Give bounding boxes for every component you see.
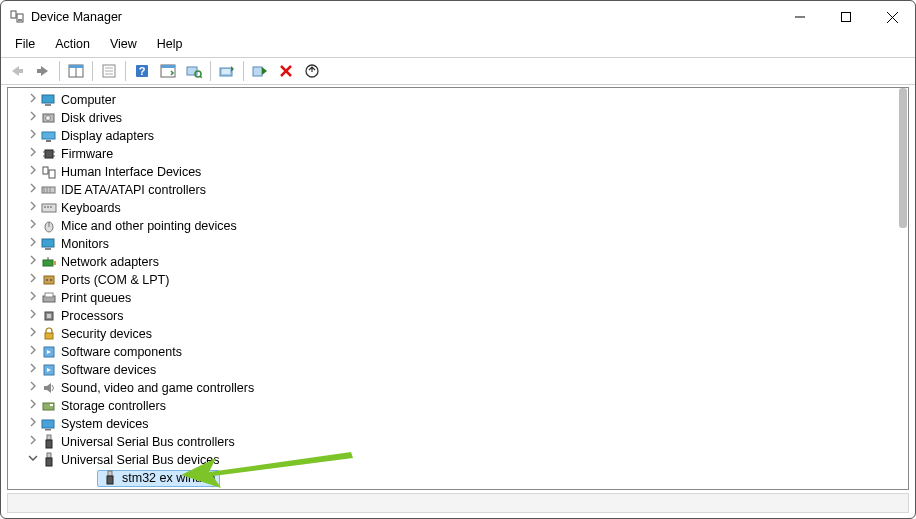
properties-button[interactable]: [97, 60, 121, 82]
maximize-button[interactable]: [823, 1, 869, 33]
statusbar: [7, 493, 909, 513]
chevron-right-icon[interactable]: [25, 109, 41, 127]
enable-device-button[interactable]: [300, 60, 324, 82]
svg-rect-33: [42, 132, 55, 139]
tree-node-label: Human Interface Devices: [61, 163, 201, 181]
chevron-right-icon[interactable]: [25, 235, 41, 253]
tree-node[interactable]: IDE ATA/ATAPI controllers: [9, 181, 893, 199]
tree-node[interactable]: Ports (COM & LPT): [9, 271, 893, 289]
menu-view[interactable]: View: [102, 35, 145, 53]
help-button[interactable]: ?: [130, 60, 154, 82]
tree-node[interactable]: Software devices: [9, 361, 893, 379]
monitor-icon: [41, 92, 57, 108]
tree-node-label: Sound, video and game controllers: [61, 379, 254, 397]
svg-rect-53: [45, 248, 51, 250]
chevron-right-icon[interactable]: [25, 253, 41, 271]
tree-child-node[interactable]: stm32 ex winusb: [53, 469, 893, 487]
tree-node[interactable]: Firmware: [9, 145, 893, 163]
svg-rect-57: [44, 276, 54, 284]
svg-rect-29: [42, 95, 54, 103]
tree-node[interactable]: Monitors: [9, 235, 893, 253]
svg-rect-41: [49, 170, 55, 178]
tree-node[interactable]: Universal Serial Bus devices: [9, 451, 893, 469]
tree-node-label: Software devices: [61, 361, 156, 379]
port-icon: [41, 272, 57, 288]
tree-node[interactable]: Disk drives: [9, 109, 893, 127]
tree-node[interactable]: Software components: [9, 343, 893, 361]
chevron-right-icon[interactable]: [25, 379, 41, 397]
menu-file[interactable]: File: [7, 35, 43, 53]
chevron-right-icon[interactable]: [25, 415, 41, 433]
update-driver-button[interactable]: [215, 60, 239, 82]
tree-node[interactable]: Security devices: [9, 325, 893, 343]
chevron-right-icon[interactable]: [25, 325, 41, 343]
mouse-icon: [41, 218, 57, 234]
chevron-right-icon[interactable]: [25, 199, 41, 217]
nav-forward-button[interactable]: [31, 60, 55, 82]
svg-rect-54: [43, 260, 53, 266]
tree-node-label: Universal Serial Bus devices: [61, 451, 219, 469]
svg-rect-72: [46, 440, 52, 448]
minimize-button[interactable]: [777, 1, 823, 33]
chevron-right-icon[interactable]: [25, 289, 41, 307]
svg-rect-74: [46, 458, 52, 466]
svg-rect-70: [45, 429, 51, 431]
tree-node[interactable]: Human Interface Devices: [9, 163, 893, 181]
tree-node[interactable]: Network adapters: [9, 253, 893, 271]
svg-rect-64: [45, 333, 53, 339]
chevron-right-icon[interactable]: [25, 271, 41, 289]
tree-node[interactable]: Storage controllers: [9, 397, 893, 415]
tree-node[interactable]: Computer: [9, 91, 893, 109]
tree-child-label: stm32 ex winusb: [122, 471, 215, 485]
printer-icon: [41, 290, 57, 306]
chevron-right-icon[interactable]: [25, 433, 41, 451]
menu-action[interactable]: Action: [47, 35, 98, 53]
titlebar: Device Manager: [1, 1, 915, 33]
svg-rect-0: [11, 11, 16, 18]
action-button[interactable]: [156, 60, 180, 82]
svg-rect-71: [47, 435, 51, 440]
tree-node[interactable]: Universal Serial Bus controllers: [9, 433, 893, 451]
storage-icon: [41, 398, 57, 414]
tree-node[interactable]: System devices: [9, 415, 893, 433]
scan-hardware-button[interactable]: [182, 60, 206, 82]
svg-line-22: [200, 76, 202, 78]
chevron-right-icon[interactable]: [25, 361, 41, 379]
tree-node[interactable]: Mice and other pointing devices: [9, 217, 893, 235]
disable-device-button[interactable]: [274, 60, 298, 82]
ide-icon: [41, 182, 57, 198]
uninstall-device-button[interactable]: [248, 60, 272, 82]
vertical-scrollbar[interactable]: [894, 88, 908, 489]
chevron-right-icon[interactable]: [25, 307, 41, 325]
sw-icon: [41, 362, 57, 378]
chevron-down-icon[interactable]: [25, 451, 41, 469]
chevron-right-icon[interactable]: [25, 217, 41, 235]
tree-node[interactable]: Keyboards: [9, 199, 893, 217]
hid-icon: [41, 164, 57, 180]
scroll-thumb[interactable]: [899, 88, 907, 228]
menu-help[interactable]: Help: [149, 35, 191, 53]
tree-node-label: Universal Serial Bus controllers: [61, 433, 235, 451]
chevron-right-icon[interactable]: [25, 127, 41, 145]
nav-back-button[interactable]: [5, 60, 29, 82]
tree-node[interactable]: Display adapters: [9, 127, 893, 145]
tree-node-label: Software components: [61, 343, 182, 361]
svg-point-58: [46, 279, 48, 281]
tree-node[interactable]: Sound, video and game controllers: [9, 379, 893, 397]
chevron-right-icon[interactable]: [25, 91, 41, 109]
tree-node[interactable]: Print queues: [9, 289, 893, 307]
tree-node[interactable]: Processors: [9, 307, 893, 325]
close-button[interactable]: [869, 1, 915, 33]
tree-node-label: Mice and other pointing devices: [61, 217, 237, 235]
chevron-right-icon[interactable]: [25, 343, 41, 361]
tree-node-label: Keyboards: [61, 199, 121, 217]
chevron-right-icon[interactable]: [25, 163, 41, 181]
svg-rect-19: [161, 65, 175, 68]
device-tree[interactable]: ComputerDisk drivesDisplay adaptersFirmw…: [9, 89, 893, 488]
chevron-right-icon[interactable]: [25, 181, 41, 199]
chip-icon: [41, 146, 57, 162]
chevron-right-icon[interactable]: [25, 397, 41, 415]
show-hidden-button[interactable]: [64, 60, 88, 82]
chevron-right-icon[interactable]: [25, 145, 41, 163]
disk-icon: [41, 110, 57, 126]
